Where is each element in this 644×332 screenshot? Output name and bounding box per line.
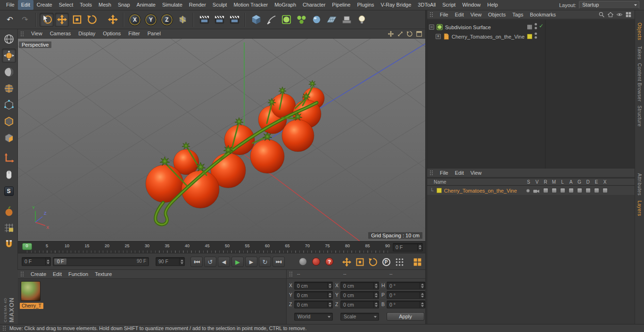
keying-selection-button[interactable]: [393, 256, 405, 267]
column-header[interactable]: L: [559, 179, 566, 185]
material-name-label[interactable]: Cherry_T: [20, 303, 43, 309]
material-menu-texture[interactable]: Texture: [91, 270, 115, 278]
pos-z-field[interactable]: 0 cm: [294, 300, 333, 308]
layer-color-icon[interactable]: [437, 188, 442, 193]
array-generator-button[interactable]: [294, 13, 308, 27]
render-picture-viewer-button[interactable]: [212, 13, 226, 27]
menu-item-render[interactable]: Render: [186, 0, 209, 10]
menu-item-simulate[interactable]: Simulate: [159, 0, 186, 10]
coordinate-system-button[interactable]: [175, 13, 190, 27]
redo-button[interactable]: ↷: [18, 13, 32, 27]
om-menu-edit[interactable]: Edit: [452, 10, 467, 19]
render-view-button[interactable]: [197, 13, 211, 27]
drag-handle-icon[interactable]: [2, 325, 7, 331]
camera-toggle-icon[interactable]: [533, 187, 540, 194]
expander-icon[interactable]: +: [436, 34, 441, 39]
menu-item-mesh[interactable]: Mesh: [95, 0, 115, 10]
expander-icon[interactable]: −: [429, 24, 434, 30]
viewport-canvas[interactable]: Y X Z: [18, 39, 425, 241]
texture-tag-icon[interactable]: [527, 34, 532, 39]
pan-view-button[interactable]: [387, 30, 395, 38]
object-name[interactable]: Cherry_Tomatoes_on_the_Vine: [452, 34, 525, 40]
state-dot-icon[interactable]: [526, 189, 530, 193]
autokey-button[interactable]: [312, 258, 320, 266]
range-end-label[interactable]: 90 F: [137, 259, 146, 264]
menu-item-snap[interactable]: Snap: [115, 0, 133, 10]
menu-item-script[interactable]: Script: [439, 0, 459, 10]
menu-item-vray-bridge[interactable]: V-Ray Bridge: [378, 0, 415, 10]
tab-attributes[interactable]: Attributes: [637, 173, 642, 195]
toggle-icon[interactable]: [594, 188, 599, 193]
column-header[interactable]: G: [576, 179, 583, 185]
rot-p-field[interactable]: 0 °: [387, 291, 425, 299]
menu-item-help[interactable]: Help: [484, 0, 502, 10]
object-axis-button[interactable]: [2, 168, 16, 182]
range-start-handle[interactable]: 0 F: [54, 258, 67, 265]
menu-item-edit[interactable]: Edit: [18, 0, 33, 10]
menu-item-motion-tracker[interactable]: Motion Tracker: [230, 0, 271, 10]
om-menu-tags[interactable]: Tags: [509, 10, 527, 19]
rotate-view-button[interactable]: [406, 30, 413, 38]
timeline-window-button[interactable]: [411, 256, 423, 267]
key-rotation-button[interactable]: [367, 256, 379, 267]
menu-item-3dtoall[interactable]: 3DToAll: [414, 0, 439, 10]
menu-item-select[interactable]: Select: [56, 0, 77, 10]
last-tool-button[interactable]: [106, 13, 120, 27]
light-button[interactable]: [355, 13, 369, 27]
lock-y-axis-button[interactable]: Y: [145, 14, 157, 26]
om-menu-bookmarks[interactable]: Bookmarks: [527, 10, 559, 19]
texture-axis-button[interactable]: [2, 204, 16, 219]
om-menu-view[interactable]: View: [467, 10, 485, 19]
enabled-checkmark-icon[interactable]: ✓: [539, 23, 544, 29]
snap-settings-button[interactable]: S: [2, 184, 16, 198]
key-position-button[interactable]: [340, 256, 353, 267]
current-frame-field[interactable]: 0 F: [22, 257, 51, 266]
viewport-menu-options[interactable]: Options: [99, 29, 124, 38]
edges-mode-button[interactable]: [2, 114, 16, 129]
menu-item-plugins[interactable]: Plugins: [354, 0, 377, 10]
size-header[interactable]: --: [343, 271, 347, 276]
scene-menu-edit[interactable]: Edit: [452, 169, 467, 177]
home-icon[interactable]: [607, 11, 614, 18]
phong-tag-icon[interactable]: [527, 24, 532, 30]
drag-handle-icon[interactable]: [289, 271, 293, 277]
polygons-mode-button[interactable]: [2, 131, 16, 145]
play-button[interactable]: ▶: [231, 257, 244, 267]
menu-item-tools[interactable]: Tools: [76, 0, 95, 10]
menu-item-create[interactable]: Create: [33, 0, 56, 10]
model-mode-button[interactable]: [2, 49, 16, 63]
lock-workplane-button[interactable]: [2, 221, 16, 235]
column-header[interactable]: S: [525, 179, 532, 185]
previous-frame-button[interactable]: ◀: [218, 257, 230, 267]
floor-button[interactable]: [339, 13, 354, 27]
texture-mode-button[interactable]: [2, 65, 16, 79]
enable-axis-button[interactable]: [2, 151, 16, 165]
end-frame-field[interactable]: 90 F: [156, 257, 185, 266]
viewport-menu-cameras[interactable]: Cameras: [46, 29, 75, 38]
next-key-button[interactable]: ↻: [259, 257, 271, 267]
tab-objects[interactable]: Objects: [637, 23, 642, 40]
rotate-tool-button[interactable]: [85, 13, 99, 27]
record-keyframe-button[interactable]: [299, 258, 307, 266]
key-parameter-button[interactable]: P: [380, 256, 392, 267]
lock-x-axis-button[interactable]: X: [129, 14, 141, 26]
column-header[interactable]: M: [551, 179, 557, 185]
viewport-menu-display[interactable]: Display: [74, 29, 99, 38]
field-generator-button[interactable]: [324, 13, 339, 27]
live-selection-button[interactable]: [40, 13, 54, 27]
camera-label[interactable]: Perspective: [19, 41, 51, 48]
layout-dropdown[interactable]: Startup: [579, 1, 639, 9]
material-thumbnail[interactable]: [21, 281, 41, 301]
spinner[interactable]: [45, 258, 50, 265]
size-y-field[interactable]: 0 cm: [340, 291, 379, 299]
toggle-icon[interactable]: [603, 188, 608, 193]
goto-end-button[interactable]: ▶▶▮: [272, 257, 285, 267]
undo-button[interactable]: ↶: [3, 13, 17, 27]
lock-z-axis-button[interactable]: Z: [161, 14, 173, 26]
column-header[interactable]: R: [542, 179, 549, 185]
tab-structure[interactable]: Structure: [637, 105, 642, 127]
search-icon[interactable]: [598, 11, 605, 18]
eye-icon[interactable]: [616, 11, 623, 18]
tab-takes[interactable]: Takes: [637, 46, 642, 60]
toggle-icon[interactable]: [586, 188, 591, 193]
